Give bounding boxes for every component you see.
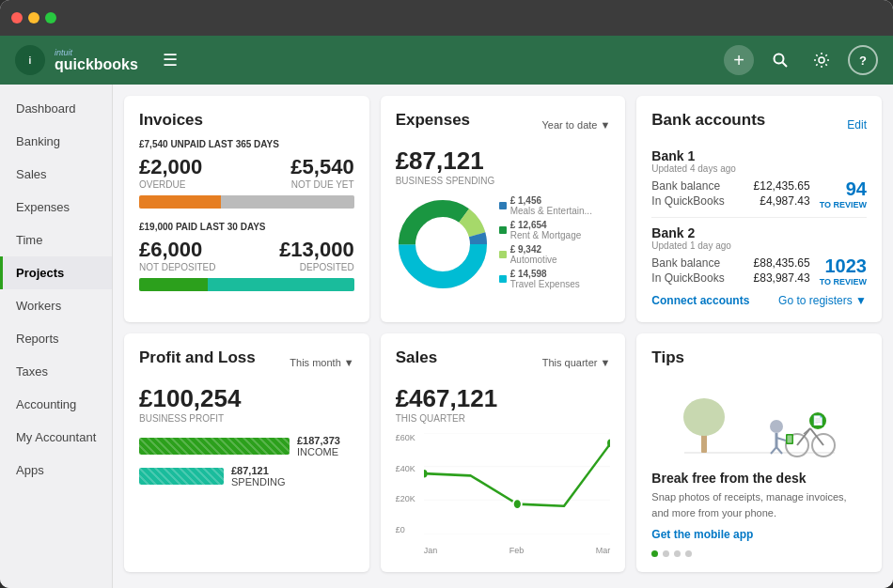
- spending-bar-row: £87,121 SPENDING: [139, 465, 354, 487]
- tip-dot-1[interactable]: [651, 550, 658, 557]
- bank-actions: Connect accounts Go to registers ▼: [651, 294, 867, 307]
- deposited-label: DEPOSITED: [279, 262, 354, 272]
- minimize-button[interactable]: [28, 12, 39, 23]
- pnl-sublabel: BUSINESS PROFIT: [139, 413, 354, 424]
- tips-card-title: Break free from the desk: [651, 471, 867, 486]
- spending-label: SPENDING: [231, 476, 285, 487]
- tips-svg-illustration: 📄: [675, 379, 844, 459]
- sidebar-item-sales[interactable]: Sales: [0, 158, 112, 191]
- expenses-content: £ 1,456 Meals & Entertain... £ 12,654 Re…: [396, 195, 611, 293]
- income-amount: £187,373: [297, 435, 340, 446]
- svg-point-16: [512, 499, 521, 509]
- overdue-label: OVERDUE: [139, 179, 202, 190]
- tips-cta-link[interactable]: Get the mobile app: [651, 528, 867, 541]
- sidebar-item-projects[interactable]: Projects: [0, 256, 112, 289]
- bank1-balance-row: Bank balance £12,435.65 In QuickBooks £4…: [651, 179, 867, 209]
- legend-item-1: £ 1,456 Meals & Entertain...: [499, 195, 592, 216]
- tip-dot-2[interactable]: [663, 550, 669, 557]
- income-label: INCOME: [297, 446, 340, 457]
- sidebar-item-accounting[interactable]: Accounting: [0, 388, 112, 421]
- bank1-updated: Updated 4 days ago: [651, 163, 867, 174]
- bank2-updated: Updated 1 day ago: [651, 240, 867, 251]
- expenses-donut-chart: [396, 197, 490, 291]
- expenses-period[interactable]: Year to date ▼: [542, 119, 611, 131]
- expenses-sublabel: BUSINESS SPENDING: [396, 176, 611, 186]
- expense-legend: £ 1,456 Meals & Entertain... £ 12,654 Re…: [499, 195, 592, 293]
- pnl-header: Profit and Loss This month ▼: [139, 348, 354, 377]
- svg-text:i: i: [29, 55, 32, 66]
- svg-rect-32: [787, 435, 791, 442]
- dashboard-grid: Invoices £7,540 UNPAID LAST 365 DAYS £2,…: [124, 96, 882, 572]
- search-icon[interactable]: [765, 45, 795, 75]
- spending-amount: £87,121: [231, 465, 285, 476]
- pnl-title: Profit and Loss: [139, 348, 256, 367]
- sidebar-item-workers[interactable]: Workers: [0, 289, 112, 322]
- sidebar-item-reports[interactable]: Reports: [0, 322, 112, 355]
- edit-link[interactable]: Edit: [847, 118, 867, 132]
- sales-card: Sales This quarter ▼ £467,121 THIS QUART…: [381, 333, 626, 572]
- expenses-title: Expenses: [396, 111, 470, 130]
- sidebar-item-expenses[interactable]: Expenses: [0, 191, 112, 224]
- tips-card-text: Snap photos of receipts, manage invoices…: [651, 489, 867, 520]
- legend-item-3: £ 9,342 Automotive: [499, 244, 592, 265]
- sidebar-item-apps[interactable]: Apps: [0, 454, 112, 487]
- bank2-name: Bank 2: [651, 225, 867, 240]
- bank1-review-badge[interactable]: 94 TO REVIEW: [820, 179, 867, 209]
- deposited-amount: £13,000: [279, 238, 354, 262]
- overdue-amount: £2,000: [139, 155, 202, 179]
- invoices-card: Invoices £7,540 UNPAID LAST 365 DAYS £2,…: [124, 96, 369, 322]
- sidebar-item-accountant[interactable]: My Accountant: [0, 421, 112, 454]
- logo-icon: i: [15, 45, 45, 75]
- sidebar-item-banking[interactable]: Banking: [0, 125, 112, 158]
- svg-point-20: [683, 398, 725, 436]
- tip-dot-3[interactable]: [674, 550, 681, 557]
- add-icon[interactable]: +: [724, 45, 754, 75]
- deposited-row: £6,000 NOT DEPOSITED £13,000 DEPOSITED: [139, 238, 354, 272]
- pnl-period[interactable]: This month ▼: [290, 357, 353, 368]
- sidebar-item-dashboard[interactable]: Dashboard: [0, 92, 112, 125]
- sales-sublabel: THIS QUARTER: [396, 413, 611, 424]
- help-icon[interactable]: ?: [848, 45, 878, 75]
- svg-point-4: [819, 57, 824, 63]
- spending-bar: [139, 468, 224, 485]
- bank2-section: Bank 2 Updated 1 day ago Bank balance £8…: [651, 225, 867, 286]
- overdue-progress-bar: [139, 195, 354, 209]
- sales-period[interactable]: This quarter ▼: [542, 357, 611, 368]
- bank2-balance-row: Bank balance £88,435.65 In QuickBooks £8…: [651, 256, 867, 286]
- legend-item-2: £ 12,654 Rent & Mortgage: [499, 220, 592, 240]
- not-deposited-amount: £6,000: [139, 238, 216, 262]
- maximize-button[interactable]: [45, 12, 56, 23]
- sidebar-item-time[interactable]: Time: [0, 224, 112, 256]
- invoices-title: Invoices: [139, 111, 354, 130]
- app-window: i intuit quickbooks ☰ + ? Dashboard Bank…: [0, 0, 893, 588]
- expenses-amount: £87,121: [396, 147, 611, 176]
- sales-header: Sales This quarter ▼: [396, 348, 611, 377]
- main-layout: Dashboard Banking Sales Expenses Time Pr…: [0, 85, 893, 588]
- bank-accounts-card: Bank accounts Edit Bank 1 Updated 4 days…: [636, 96, 882, 322]
- sales-chart-svg: [424, 433, 611, 534]
- bank1-section: Bank 1 Updated 4 days ago Bank balance £…: [651, 148, 867, 209]
- logo-text: intuit quickbooks: [55, 49, 138, 72]
- sidebar-item-taxes[interactable]: Taxes: [0, 355, 112, 388]
- dashboard-content: Invoices £7,540 UNPAID LAST 365 DAYS £2,…: [113, 85, 893, 588]
- close-button[interactable]: [11, 12, 23, 23]
- expenses-card: Expenses Year to date ▼ £87,121 BUSINESS…: [381, 96, 626, 322]
- tips-card: Tips: [636, 333, 882, 572]
- expenses-header: Expenses Year to date ▼: [396, 111, 611, 139]
- unpaid-label: £7,540 UNPAID LAST 365 DAYS: [139, 139, 354, 149]
- go-to-registers-link[interactable]: Go to registers ▼: [778, 294, 867, 307]
- tips-title: Tips: [651, 348, 867, 367]
- svg-point-10: [416, 218, 469, 271]
- svg-line-3: [783, 63, 788, 68]
- overdue-row: £2,000 OVERDUE £5,540 NOT DUE YET: [139, 155, 354, 190]
- tips-pagination-dots: [651, 550, 867, 557]
- connect-accounts-link[interactable]: Connect accounts: [651, 294, 749, 307]
- pnl-bars: £187,373 INCOME £87,121 SPENDING: [139, 435, 354, 487]
- menu-toggle[interactable]: ☰: [163, 50, 178, 70]
- sidebar: Dashboard Banking Sales Expenses Time Pr…: [0, 85, 113, 588]
- settings-icon[interactable]: [807, 45, 837, 75]
- svg-text:📄: 📄: [812, 414, 824, 426]
- income-bar: [139, 438, 290, 455]
- tip-dot-4[interactable]: [685, 550, 692, 557]
- bank2-review-badge[interactable]: 1023 TO REVIEW: [820, 256, 867, 286]
